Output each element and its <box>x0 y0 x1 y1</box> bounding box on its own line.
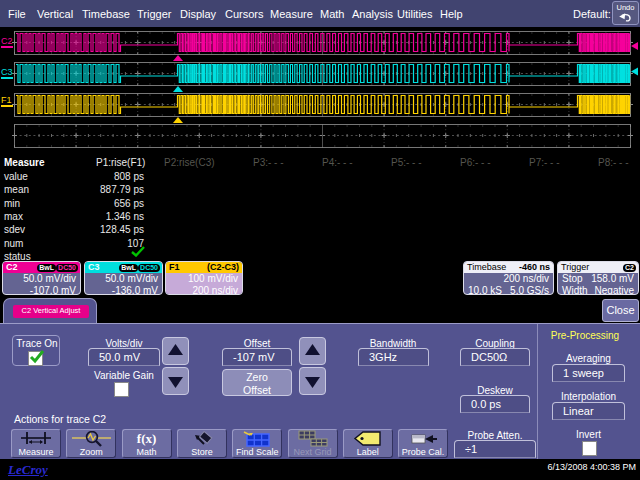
svg-text:C3: C3 <box>1 67 13 77</box>
svg-text:C2: C2 <box>1 36 13 46</box>
svg-text:F1: F1 <box>1 95 12 105</box>
